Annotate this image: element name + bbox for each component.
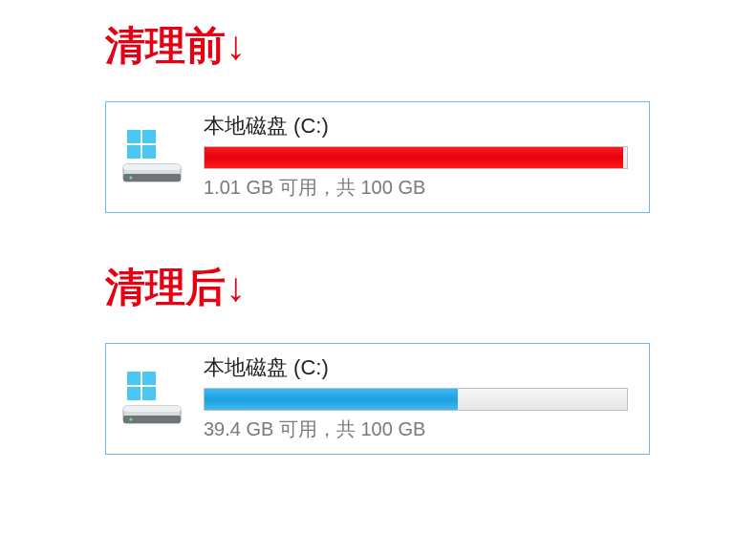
usage-bar-after	[204, 388, 628, 411]
drive-card-before[interactable]: 本地磁盘 (C:) 1.01 GB 可用，共 100 GB	[105, 101, 650, 213]
drive-icon	[119, 368, 186, 429]
drive-name: 本地磁盘 (C:)	[204, 353, 636, 382]
drive-info-before: 本地磁盘 (C:) 1.01 GB 可用，共 100 GB	[204, 112, 636, 201]
drive-stats: 1.01 GB 可用，共 100 GB	[204, 175, 636, 201]
svg-rect-9	[142, 372, 156, 385]
svg-rect-10	[127, 387, 140, 400]
label-before: 清理前↓	[105, 19, 756, 73]
svg-rect-0	[127, 130, 140, 143]
svg-rect-1	[142, 130, 156, 143]
drive-name: 本地磁盘 (C:)	[204, 112, 636, 140]
svg-point-7	[129, 176, 132, 179]
svg-rect-2	[127, 145, 140, 159]
svg-rect-13	[123, 406, 181, 412]
svg-rect-8	[127, 372, 140, 385]
drive-card-after[interactable]: 本地磁盘 (C:) 39.4 GB 可用，共 100 GB	[105, 343, 650, 455]
usage-fill-after	[205, 389, 458, 410]
svg-point-15	[129, 417, 132, 420]
label-after: 清理后↓	[105, 261, 756, 314]
svg-rect-5	[123, 164, 181, 170]
svg-rect-11	[142, 387, 156, 400]
drive-icon	[119, 126, 186, 187]
svg-rect-3	[142, 145, 156, 159]
drive-info-after: 本地磁盘 (C:) 39.4 GB 可用，共 100 GB	[204, 353, 636, 442]
drive-stats: 39.4 GB 可用，共 100 GB	[204, 416, 636, 442]
usage-bar-before	[204, 146, 628, 169]
usage-fill-before	[205, 147, 623, 168]
